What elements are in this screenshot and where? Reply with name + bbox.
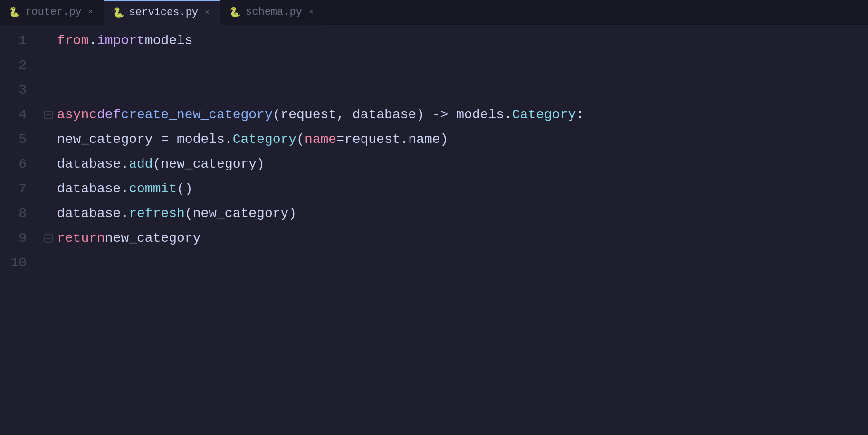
code-token: new_category = models. — [57, 127, 233, 152]
line-numbers: 12345678910 — [0, 25, 38, 435]
code-token: : — [576, 103, 584, 127]
code-line — [42, 251, 868, 275]
code-token: refresh — [129, 201, 185, 226]
code-token: new_category — [105, 226, 201, 251]
line-number: 5 — [0, 127, 27, 152]
line-number: 6 — [0, 152, 27, 177]
tab-close-button[interactable]: × — [203, 9, 211, 17]
editor-area: 12345678910 from . import modelsasync de… — [0, 25, 868, 435]
code-token: async — [57, 103, 97, 127]
code-token: . — [89, 28, 97, 53]
tab-bar: 🐍router.py×🐍services.py×🐍schema.py× — [0, 0, 868, 25]
python-icon: 🐍 — [9, 6, 20, 18]
code-token: Category — [233, 127, 296, 152]
code-token: Category — [512, 103, 576, 127]
code-line — [42, 53, 868, 78]
code-line: return new_category — [42, 226, 868, 251]
code-line: new_category = models.Category(name=requ… — [42, 127, 868, 152]
code-token: def — [97, 103, 121, 127]
code-area: from . import modelsasync def create_new… — [38, 25, 868, 435]
code-line: database.refresh(new_category) — [42, 201, 868, 226]
tab-router[interactable]: 🐍router.py× — [0, 0, 104, 25]
tab-close-button[interactable]: × — [86, 8, 95, 17]
code-token: ( — [296, 127, 305, 152]
code-token: () — [177, 177, 193, 201]
fold-indicator[interactable] — [42, 108, 55, 122]
python-icon: 🐍 — [229, 6, 241, 18]
tab-label: router.py — [25, 6, 82, 18]
code-line: database.commit() — [42, 177, 868, 201]
code-line: database.add(new_category) — [42, 152, 868, 177]
code-line: async def create_new_category(request, d… — [42, 103, 868, 127]
code-token: commit — [129, 177, 177, 201]
line-number: 7 — [0, 177, 27, 201]
tab-schema[interactable]: 🐍schema.py× — [220, 0, 324, 25]
code-token: models — [145, 28, 193, 53]
code-token: (new_category) — [185, 201, 296, 226]
code-token: (new_category) — [153, 152, 265, 177]
code-line — [42, 78, 868, 103]
code-token: create_new_category — [121, 103, 272, 127]
code-token: name — [305, 127, 336, 152]
code-token: database. — [57, 201, 129, 226]
code-token: (request, database) -> models. — [273, 103, 512, 127]
code-token: =request.name) — [336, 127, 448, 152]
line-number: 1 — [0, 28, 27, 53]
tab-label: schema.py — [246, 6, 302, 18]
line-number: 3 — [0, 78, 27, 103]
code-token: add — [129, 152, 153, 177]
code-token: database. — [57, 177, 129, 201]
fold-indicator[interactable] — [42, 232, 55, 245]
line-number: 4 — [0, 103, 27, 127]
python-icon: 🐍 — [113, 7, 124, 19]
code-token: import — [97, 28, 145, 53]
line-number: 2 — [0, 53, 27, 78]
tab-label: services.py — [129, 7, 198, 19]
line-number: 9 — [0, 226, 27, 251]
code-token: from — [57, 28, 89, 53]
tab-close-button[interactable]: × — [307, 8, 315, 17]
code-line: from . import models — [42, 28, 868, 53]
code-token: return — [57, 226, 105, 251]
line-number: 10 — [0, 251, 27, 275]
line-number: 8 — [0, 201, 27, 226]
code-token: database. — [57, 152, 129, 177]
tab-services[interactable]: 🐍services.py× — [104, 0, 220, 25]
